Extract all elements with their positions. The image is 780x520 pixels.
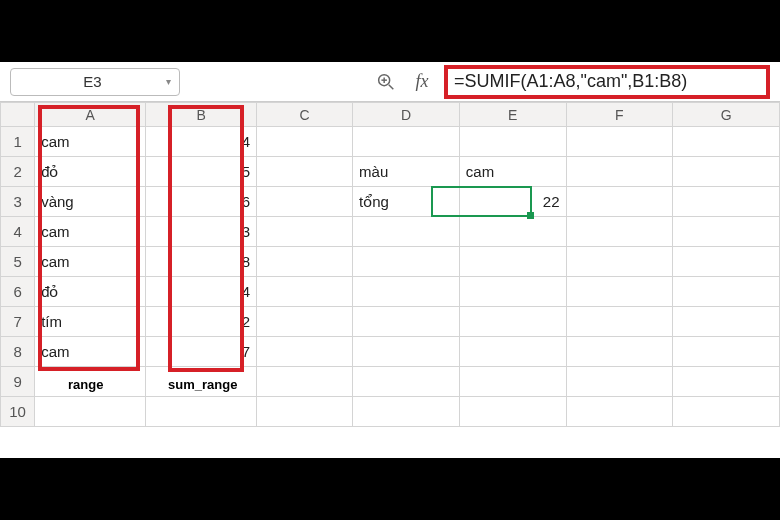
cell-C8[interactable]	[257, 337, 353, 367]
cell-D6[interactable]	[353, 277, 460, 307]
row-header[interactable]: 8	[1, 337, 35, 367]
name-box[interactable]: E3 ▾	[10, 68, 180, 96]
cell-F10[interactable]	[566, 397, 673, 427]
cell-D7[interactable]	[353, 307, 460, 337]
col-header-E[interactable]: E	[459, 103, 566, 127]
cell-G8[interactable]	[673, 337, 780, 367]
cell-B2[interactable]: 5	[146, 157, 257, 187]
cell-D3[interactable]: tổng	[353, 187, 460, 217]
col-header-A[interactable]: A	[35, 103, 146, 127]
cell-G10[interactable]	[673, 397, 780, 427]
cell-C6[interactable]	[257, 277, 353, 307]
row-header[interactable]: 7	[1, 307, 35, 337]
cell-C4[interactable]	[257, 217, 353, 247]
spreadsheet-grid[interactable]: A B C D E F G 1cam42đỏ5màucam3vàng6tổng2…	[0, 102, 780, 427]
col-header-F[interactable]: F	[566, 103, 673, 127]
cell-G9[interactable]	[673, 367, 780, 397]
cell-A10[interactable]	[35, 397, 146, 427]
cell-A8[interactable]: cam	[35, 337, 146, 367]
cell-B10[interactable]	[146, 397, 257, 427]
formula-bar-input[interactable]: =SUMIF(A1:A8,"cam",B1:B8)	[454, 71, 687, 92]
zoom-icon[interactable]	[372, 68, 400, 96]
cell-E6[interactable]	[459, 277, 566, 307]
cell-F6[interactable]	[566, 277, 673, 307]
cell-D2[interactable]: màu	[353, 157, 460, 187]
table-row: 2đỏ5màucam	[1, 157, 780, 187]
cell-D1[interactable]	[353, 127, 460, 157]
select-all-corner[interactable]	[1, 103, 35, 127]
cell-C1[interactable]	[257, 127, 353, 157]
cell-A2[interactable]: đỏ	[35, 157, 146, 187]
cell-B7[interactable]: 2	[146, 307, 257, 337]
cell-A1[interactable]: cam	[35, 127, 146, 157]
col-header-G[interactable]: G	[673, 103, 780, 127]
row-header[interactable]: 3	[1, 187, 35, 217]
cell-B5[interactable]: 8	[146, 247, 257, 277]
name-box-value: E3	[19, 73, 166, 90]
cell-F1[interactable]	[566, 127, 673, 157]
table-row: 3vàng6tổng22	[1, 187, 780, 217]
cell-E4[interactable]	[459, 217, 566, 247]
row-header[interactable]: 1	[1, 127, 35, 157]
col-header-C[interactable]: C	[257, 103, 353, 127]
cell-F7[interactable]	[566, 307, 673, 337]
cell-G1[interactable]	[673, 127, 780, 157]
cell-B6[interactable]: 4	[146, 277, 257, 307]
cell-C7[interactable]	[257, 307, 353, 337]
row-header[interactable]: 5	[1, 247, 35, 277]
cell-F2[interactable]	[566, 157, 673, 187]
cell-G3[interactable]	[673, 187, 780, 217]
cell-D4[interactable]	[353, 217, 460, 247]
cell-B4[interactable]: 3	[146, 217, 257, 247]
cell-B8[interactable]: 7	[146, 337, 257, 367]
cell-F8[interactable]	[566, 337, 673, 367]
cell-G7[interactable]	[673, 307, 780, 337]
row-header[interactable]: 4	[1, 217, 35, 247]
cell-D8[interactable]	[353, 337, 460, 367]
cell-E9[interactable]	[459, 367, 566, 397]
cell-A4[interactable]: cam	[35, 217, 146, 247]
cell-F4[interactable]	[566, 217, 673, 247]
row-header[interactable]: 6	[1, 277, 35, 307]
cell-D9[interactable]	[353, 367, 460, 397]
cell-F3[interactable]	[566, 187, 673, 217]
range-label: range	[68, 377, 103, 392]
row-header[interactable]: 10	[1, 397, 35, 427]
row-header[interactable]: 9	[1, 367, 35, 397]
chevron-down-icon[interactable]: ▾	[166, 76, 171, 87]
table-row: 10	[1, 397, 780, 427]
cell-B3[interactable]: 6	[146, 187, 257, 217]
cell-G2[interactable]	[673, 157, 780, 187]
cell-D5[interactable]	[353, 247, 460, 277]
cell-E8[interactable]	[459, 337, 566, 367]
cell-F5[interactable]	[566, 247, 673, 277]
cell-E2[interactable]: cam	[459, 157, 566, 187]
cell-B1[interactable]: 4	[146, 127, 257, 157]
column-header-row: A B C D E F G	[1, 103, 780, 127]
cell-A5[interactable]: cam	[35, 247, 146, 277]
cell-A3[interactable]: vàng	[35, 187, 146, 217]
cell-F9[interactable]	[566, 367, 673, 397]
cell-C10[interactable]	[257, 397, 353, 427]
cell-C2[interactable]	[257, 157, 353, 187]
fx-icon[interactable]: fx	[408, 68, 436, 96]
cell-E5[interactable]	[459, 247, 566, 277]
cell-C9[interactable]	[257, 367, 353, 397]
col-header-D[interactable]: D	[353, 103, 460, 127]
table-row: 5cam8	[1, 247, 780, 277]
row-header[interactable]: 2	[1, 157, 35, 187]
cell-C3[interactable]	[257, 187, 353, 217]
cell-C5[interactable]	[257, 247, 353, 277]
cell-E1[interactable]	[459, 127, 566, 157]
cell-E10[interactable]	[459, 397, 566, 427]
cell-A7[interactable]: tím	[35, 307, 146, 337]
cell-G4[interactable]	[673, 217, 780, 247]
cell-G5[interactable]	[673, 247, 780, 277]
cell-G6[interactable]	[673, 277, 780, 307]
cell-D10[interactable]	[353, 397, 460, 427]
cell-E3[interactable]: 22	[459, 187, 566, 217]
svg-line-1	[389, 84, 394, 89]
cell-E7[interactable]	[459, 307, 566, 337]
cell-A6[interactable]: đỏ	[35, 277, 146, 307]
col-header-B[interactable]: B	[146, 103, 257, 127]
